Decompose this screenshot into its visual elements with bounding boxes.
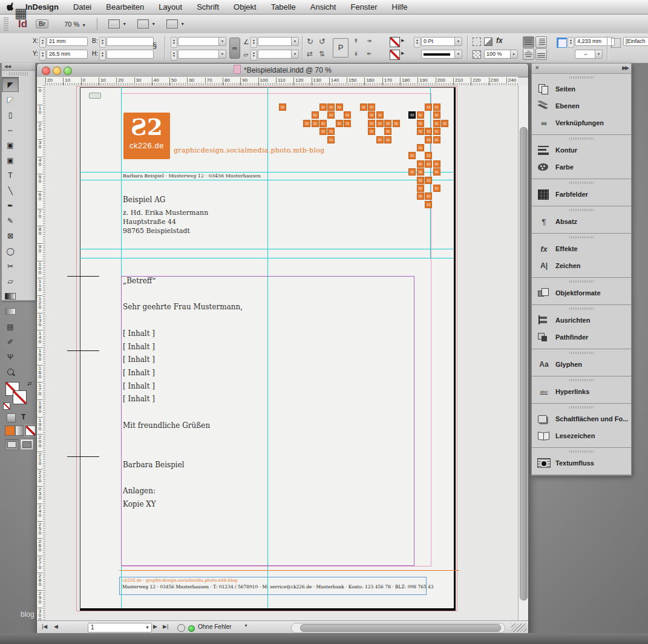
panel-button-farbe[interactable]: Farbe — [532, 159, 631, 176]
guide-vertical-right[interactable] — [430, 87, 431, 258]
panel-button-verknüpfungen[interactable]: ∞Verknüpfungen — [532, 114, 631, 131]
menu-bearbeiten[interactable]: Bearbeiten — [99, 0, 151, 14]
stroke-color-swatch[interactable] — [390, 37, 400, 47]
stroke-swatch-arrow-icon[interactable]: ▶ — [401, 38, 404, 43]
free-transform-tool[interactable]: ▱ — [2, 274, 19, 289]
constrain-proportions-icon[interactable]: § — [152, 41, 157, 50]
menu-layout[interactable]: Layout — [151, 0, 189, 14]
x-stepper[interactable]: ▲▼ — [39, 37, 46, 48]
fill-color-swatch[interactable] — [390, 50, 400, 60]
pencil-tool[interactable]: ✎ — [2, 213, 19, 228]
page-dropdown-caret[interactable]: ▼ — [145, 623, 149, 632]
panel-group-grip[interactable] — [569, 450, 594, 453]
corner-options-icon[interactable] — [557, 38, 567, 48]
panel-group-grip[interactable] — [569, 307, 594, 310]
reference-point-proxy[interactable]: ▦ — [15, 5, 27, 21]
panel-group-grip[interactable] — [569, 280, 594, 283]
menu-schrift[interactable]: Schrift — [189, 0, 226, 14]
zoom-level-dropdown[interactable]: 70 %▼ — [64, 21, 86, 28]
panel-button-kontur[interactable]: Kontur — [532, 142, 631, 159]
gradient-tool[interactable] — [2, 289, 19, 304]
selection-tool[interactable]: ◤ — [2, 77, 19, 92]
drop-shadow-icon[interactable] — [473, 38, 481, 46]
stroke-weight-dropdown[interactable]: ▾ — [454, 37, 462, 46]
note-tool[interactable]: ▤ — [2, 319, 19, 334]
company-logo[interactable]: S2 ck226.de — [123, 113, 170, 159]
default-fill-stroke-icon[interactable] — [3, 402, 10, 410]
panel-group-grip[interactable] — [569, 379, 594, 381]
link-scale-button[interactable]: ∞ — [229, 38, 240, 59]
corner-radius-stepper[interactable]: ▲▼ — [568, 37, 574, 48]
panel-button-pathfinder[interactable]: Pathfinder — [532, 329, 631, 346]
flip-horizontal-icon[interactable]: ⇄ — [307, 50, 313, 58]
ruler-origin-corner[interactable] — [37, 77, 46, 86]
panel-button-farbfelder[interactable]: Farbfelder — [532, 186, 631, 203]
window-resize-grip[interactable] — [511, 623, 527, 632]
scale-x-dropdown[interactable]: ▾ — [218, 37, 226, 46]
shear-field[interactable] — [258, 50, 294, 59]
gradient-feather-tool[interactable] — [2, 304, 19, 319]
last-page-button[interactable]: ▶| — [163, 623, 168, 629]
menu-ansicht[interactable]: Ansicht — [303, 0, 344, 14]
width-field[interactable] — [106, 37, 154, 46]
stroke-style-caret[interactable]: ▾ — [454, 50, 462, 59]
menu-indesign[interactable]: InDesign — [21, 0, 66, 14]
height-field[interactable] — [106, 50, 154, 59]
stroke-weight-field[interactable]: 0 Pt — [421, 37, 457, 46]
panel-button-absatz[interactable]: ¶Absatz — [532, 213, 631, 230]
panel-group-grip[interactable] — [569, 137, 594, 140]
object-style-icon[interactable] — [611, 38, 621, 48]
panel-button-textumfluss[interactable]: Textumfluss — [532, 455, 631, 472]
vertical-ruler[interactable]: 0102030405060708090100110120130140150160… — [37, 85, 46, 620]
horizontal-scrollbar-thumb[interactable] — [300, 624, 501, 632]
panel-button-schaltflächen-und-fo-[interactable]: Schaltflächen und Fo... — [532, 410, 631, 427]
panel-group-grip[interactable] — [569, 236, 594, 238]
gap-tool[interactable]: ⇔ — [2, 122, 19, 137]
panel-button-lesezeichen[interactable]: Lesezeichen — [532, 427, 631, 444]
panel-group-grip[interactable] — [569, 209, 594, 211]
horizontal-ruler[interactable]: 2010010203040506070809010011012013014015… — [45, 77, 518, 86]
panel-button-zeichen[interactable]: A|Zeichen — [532, 257, 631, 274]
panel-button-glyphen[interactable]: AaGlyphen — [532, 356, 631, 373]
select-next-object-icon[interactable]: ↠ — [367, 38, 371, 44]
height-stepper[interactable]: ▲▼ — [99, 50, 106, 61]
menu-hilfe[interactable]: Hilfe — [385, 0, 415, 14]
guide-horizontal-2[interactable] — [80, 180, 453, 180]
previous-page-button[interactable]: ◀ — [54, 623, 58, 629]
type-tool[interactable]: T — [2, 168, 19, 183]
scale-x-field[interactable] — [178, 37, 221, 46]
panel-group-grip[interactable] — [569, 352, 594, 354]
menu-fenster[interactable]: Fenster — [343, 0, 384, 14]
shear-stepper[interactable]: ▲▼ — [250, 50, 257, 61]
corner-shape-caret[interactable]: ▾ — [595, 50, 603, 59]
menu-tabelle[interactable]: Tabelle — [264, 0, 303, 14]
rotate-cw-icon[interactable]: ↻ — [307, 37, 313, 46]
page-number-field[interactable]: 1▼ — [88, 623, 152, 632]
panel-button-ausrichten[interactable]: Ausrichten — [532, 312, 631, 329]
preflight-menu-icon[interactable] — [177, 624, 185, 632]
stroke-style-dropdown[interactable] — [421, 50, 457, 59]
scale-y-dropdown[interactable]: ▾ — [218, 50, 226, 59]
first-page-button[interactable]: |◀ — [42, 623, 47, 629]
object-style-field[interactable]: [Einfach — [623, 37, 648, 46]
content-collector-tool[interactable]: ▣ — [2, 137, 19, 153]
shear-dropdown[interactable]: ▾ — [291, 50, 299, 59]
rotation-dropdown[interactable]: ▾ — [291, 37, 299, 46]
flip-vertical-icon[interactable]: ⇅ — [319, 50, 325, 58]
direct-selection-tool[interactable]: ◤ — [2, 92, 19, 107]
dock-expand-icon[interactable]: ▶▶ — [622, 65, 628, 71]
content-placer-tool[interactable]: ▣ — [2, 153, 19, 168]
opacity-field[interactable]: 100 % — [484, 50, 513, 59]
tools-collapse-button[interactable]: ◀◀ — [2, 63, 35, 71]
corner-radius-field[interactable]: 4,233 mm — [575, 37, 615, 46]
scissors-tool[interactable]: ✂ — [2, 258, 19, 274]
panel-group-grip[interactable] — [569, 406, 594, 409]
panel-group-grip[interactable] — [569, 76, 594, 79]
rotation-stepper[interactable]: ▲▼ — [250, 37, 257, 48]
panel-group-grip[interactable] — [569, 182, 594, 184]
vertical-scrollbar-thumb[interactable] — [520, 127, 528, 600]
guide-horizontal-3[interactable] — [80, 249, 453, 249]
guide-horizontal-1[interactable] — [80, 172, 453, 172]
panel-button-effekte[interactable]: fxEffekte — [532, 240, 631, 257]
zoom-tool[interactable] — [2, 364, 19, 380]
